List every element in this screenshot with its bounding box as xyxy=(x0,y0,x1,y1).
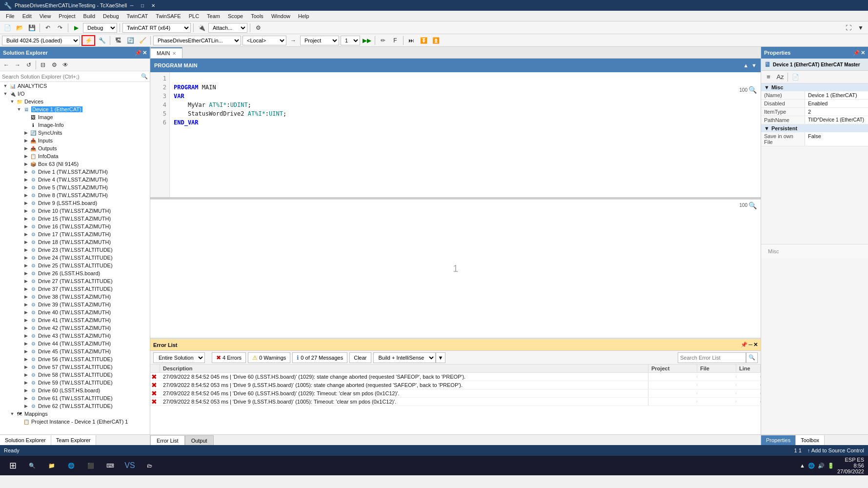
tree-item-drive44[interactable]: ▶⚙Drive 44 (TW.LSST.AZIMUTH) xyxy=(0,340,150,347)
options-btn[interactable]: ▼ xyxy=(855,22,866,33)
prop-categorized-btn[interactable]: ≡ xyxy=(763,72,774,82)
tree-arrow-drive60[interactable]: ▶ xyxy=(22,388,29,393)
tree-item-drive23[interactable]: ▶⚙Drive 23 (TW.LSST.ALTITUDE) xyxy=(0,246,150,254)
tree-arrow-analytics[interactable]: ▼ xyxy=(2,83,9,88)
tree-item-drive42[interactable]: ▶⚙Drive 42 (TW.LSST.AZIMUTH) xyxy=(0,324,150,332)
tree-arrow-drive9[interactable]: ▶ xyxy=(22,201,29,205)
deploy-btn[interactable]: → xyxy=(288,35,299,46)
errors-badge[interactable]: ✖ 4 Errors xyxy=(212,352,246,363)
write-vars-btn[interactable]: ✏ xyxy=(378,35,388,46)
tree-arrow-drive57[interactable]: ▶ xyxy=(22,365,29,369)
tree-arrow-infodata[interactable]: ▶ xyxy=(22,154,29,159)
tree-item-device1[interactable]: ▼ 🖥 Device 1 (EtherCAT) xyxy=(0,105,150,113)
warnings-badge[interactable]: ⚠ 0 Warnings xyxy=(248,352,290,363)
scroll-up-icon[interactable]: ▲ xyxy=(743,62,748,68)
clean-btn[interactable]: 🧹 xyxy=(137,35,148,46)
menu-help[interactable]: Help xyxy=(294,12,313,20)
error-row-0[interactable]: ✖ 27/09/2022 8:54:52 045 ms | 'Drive 60 … xyxy=(150,373,761,381)
toolbar-more[interactable]: ⚙ xyxy=(253,22,263,33)
menu-scope[interactable]: Scope xyxy=(224,12,247,20)
se-refresh-btn[interactable]: ↺ xyxy=(23,60,34,70)
prop-section-misc-arrow[interactable]: ▼ xyxy=(764,84,769,90)
bottom-tab-errorlist[interactable]: Error List xyxy=(150,435,185,445)
tree-item-drive56[interactable]: ▶⚙Drive 56 (TW.LSST.ALTITUDE) xyxy=(0,355,150,363)
clear-button[interactable]: Clear xyxy=(349,352,371,363)
tree-item-io[interactable]: ▼ 🔌 I/O xyxy=(0,90,150,98)
tree-item-drive15[interactable]: ▶⚙Drive 15 (TW.LSST.AZIMUTH) xyxy=(0,215,150,223)
prop-pin-btn[interactable]: 📌 xyxy=(853,50,860,56)
zoom-icon-top[interactable]: 🔍 xyxy=(748,86,757,94)
tree-item-image[interactable]: ▶ 🖼 Image xyxy=(0,113,150,121)
tree-arrow-drive44[interactable]: ▶ xyxy=(22,341,29,346)
tree-item-drive27[interactable]: ▶⚙Drive 27 (TW.LSST.ALTITUDE) xyxy=(0,277,150,285)
tree-item-drive1[interactable]: ▶⚙Drive 1 (TW.LSST.AZIMUTH) xyxy=(0,168,150,176)
error-search-input[interactable] xyxy=(678,352,746,363)
tree-item-drive5[interactable]: ▶⚙Drive 5 (TW.LSST.AZIMUTH) xyxy=(0,183,150,191)
tree-arrow-box63[interactable]: ▶ xyxy=(22,162,29,166)
tree-arrow-drive27[interactable]: ▶ xyxy=(22,279,29,284)
tree-item-drive62[interactable]: ▶⚙Drive 62 (TW.LSST.ALTITUDE) xyxy=(0,402,150,410)
tree-arrow-drive38[interactable]: ▶ xyxy=(22,294,29,299)
taskbar-terminal[interactable]: ⌨ xyxy=(101,457,119,474)
tree-arrow-device1[interactable]: ▼ xyxy=(16,107,22,112)
tree-arrow-io[interactable]: ▼ xyxy=(2,91,9,96)
tree-item-drive39[interactable]: ▶⚙Drive 39 (TW.LSST.AZIMUTH) xyxy=(0,301,150,308)
prop-pages-btn[interactable]: 📄 xyxy=(790,72,801,82)
redo-btn[interactable]: ↷ xyxy=(55,22,65,33)
tree-item-drive45[interactable]: ▶⚙Drive 45 (TW.LSST.AZIMUTH) xyxy=(0,347,150,355)
tree-arrow-drive23[interactable]: ▶ xyxy=(22,247,29,252)
taskbar-vscode[interactable]: VS xyxy=(121,457,139,474)
bottom-tab-output[interactable]: Output xyxy=(185,435,214,445)
se-forward-btn[interactable]: → xyxy=(12,60,23,70)
el-pin-btn[interactable]: 📌 xyxy=(741,342,747,348)
tree-item-drive57[interactable]: ▶⚙Drive 57 (TW.LSST.ALTITUDE) xyxy=(0,363,150,371)
editor-tab-close[interactable]: ✕ xyxy=(172,51,176,56)
menu-project[interactable]: Project xyxy=(55,12,79,20)
tree-item-drive25[interactable]: ▶⚙Drive 25 (TW.LSST.ALTITUDE) xyxy=(0,262,150,269)
force-all-btn[interactable]: F xyxy=(390,35,401,46)
start-button[interactable]: ⊞ xyxy=(4,457,21,474)
attach-btn[interactable]: 🔌 xyxy=(196,22,207,33)
prop-close-btn[interactable]: ✕ xyxy=(861,50,865,56)
run-btn[interactable]: ▶▶ xyxy=(362,35,372,46)
el-close-btn[interactable]: ✕ xyxy=(753,342,758,348)
editor-tab-main[interactable]: MAIN ✕ xyxy=(150,47,182,58)
tree-arrow-drive18[interactable]: ▶ xyxy=(22,240,29,244)
tree-arrow-drive45[interactable]: ▶ xyxy=(22,349,29,354)
tree-item-drive38[interactable]: ▶⚙Drive 38 (TW.LSST.AZIMUTH) xyxy=(0,293,150,301)
minimize-button[interactable]: ─ xyxy=(127,1,137,9)
tree-arrow-drive40[interactable]: ▶ xyxy=(22,310,29,315)
tree-arrow-drive41[interactable]: ▶ xyxy=(22,318,29,323)
prop-section-persistent-arrow[interactable]: ▼ xyxy=(764,125,769,131)
menu-tools[interactable]: Tools xyxy=(247,12,267,20)
tree-item-drive8[interactable]: ▶⚙Drive 8 (TW.LSST.AZIMUTH) xyxy=(0,191,150,199)
tree-arrow-drive25[interactable]: ▶ xyxy=(22,263,29,268)
tree-arrow-outputs[interactable]: ▶ xyxy=(22,146,29,151)
build-mode-dropdown-arrow[interactable]: ▼ xyxy=(436,352,446,363)
error-filter-dropdown[interactable]: Entire Solution xyxy=(153,352,205,363)
tree-item-analytics[interactable]: ▼ 📊 ANALYTICS xyxy=(0,82,150,90)
tree-item-drive10[interactable]: ▶⚙Drive 10 (TW.LSST.AZIMUTH) xyxy=(0,207,150,215)
se-back-btn[interactable]: ← xyxy=(1,60,12,70)
taskbar-files[interactable]: 📁 xyxy=(43,457,61,474)
tree-item-drive24[interactable]: ▶⚙Drive 24 (TW.LSST.ALTITUDE) xyxy=(0,254,150,262)
tree-item-drive4[interactable]: ▶⚙Drive 4 (TW.LSST.AZIMUTH) xyxy=(0,176,150,183)
taskbar-search[interactable]: 🔍 xyxy=(23,457,41,474)
se-settings-btn[interactable]: ⚙ xyxy=(49,60,60,70)
tree-item-box63[interactable]: ▶ 📦 Box 63 (NI 9145) xyxy=(0,160,150,168)
menu-twinsafe[interactable]: TwinSAFE xyxy=(152,12,184,20)
error-row-3[interactable]: ✖ 27/09/2022 8:54:52 053 ms | 'Drive 9 (… xyxy=(150,398,761,406)
tree-arrow-drive56[interactable]: ▶ xyxy=(22,357,29,362)
start-btn[interactable]: ▶ xyxy=(71,22,81,33)
tree-item-inputs[interactable]: ▶ 📥 Inputs xyxy=(0,137,150,144)
tree-arrow-drive61[interactable]: ▶ xyxy=(22,396,29,401)
tree-arrow-drive39[interactable]: ▶ xyxy=(22,302,29,307)
tree-item-drive61[interactable]: ▶⚙Drive 61 (TW.LSST.ALTITUDE) xyxy=(0,394,150,402)
tree-arrow-drive17[interactable]: ▶ xyxy=(22,232,29,237)
menu-file[interactable]: File xyxy=(2,12,19,20)
tree-arrow-inputs[interactable]: ▶ xyxy=(22,138,29,143)
prop-footer-tab-toolbox[interactable]: Toolbox xyxy=(796,435,825,445)
scroll-down-icon[interactable]: ▼ xyxy=(751,62,757,68)
tree-item-drive9[interactable]: ▶⚙Drive 9 (LSST.HS.board) xyxy=(0,199,150,207)
attach-dropdown[interactable]: Attach... xyxy=(208,23,247,33)
